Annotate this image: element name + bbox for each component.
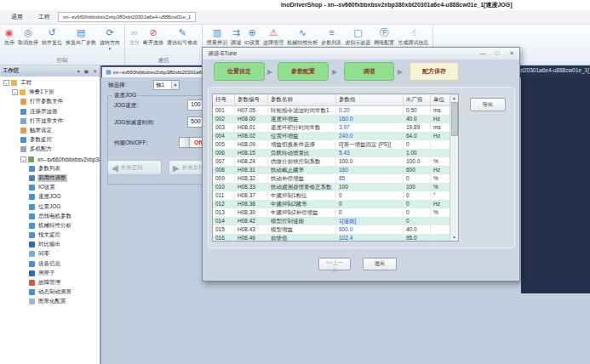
fault-management-button[interactable]: ⚠故障管理 xyxy=(261,26,285,48)
network-config-button[interactable]: Ⓟ网络配置 xyxy=(372,26,396,48)
tree-item-parameter-list[interactable]: 参数列表 xyxy=(0,164,100,173)
column-header-1[interactable]: 参数编号 xyxy=(235,94,268,105)
chevron-down-icon[interactable]: ▼ xyxy=(171,81,179,89)
tree-item-open-param-file[interactable]: 打开参数文件 xyxy=(0,97,100,106)
param-row-H07.05[interactable]: 001H07.05转矩指令滤波时间常数10.200.50ms xyxy=(213,106,458,115)
restore-factory-params-button[interactable]: ▤恢复出厂参数 xyxy=(64,26,98,48)
trigger-icon xyxy=(20,128,26,134)
doc-tab-overflow[interactable]: 0xbt20301a6e4-u888cw01e_1[ xyxy=(513,67,589,73)
doc-tab-active[interactable]: ▦ xn--sv660fxbbxbsv2xbp380xbt20301a6e xyxy=(101,66,209,77)
column-header-4[interactable]: 出厂值 xyxy=(404,94,431,105)
param-row-H08.43[interactable]: 015H08.43模型增益600.040.0 xyxy=(213,225,458,234)
disconnect-button[interactable]: ⊘断开连接 xyxy=(141,26,165,48)
row-number: 003 xyxy=(213,123,235,132)
tree-item-black-box[interactable]: 黑匣子 xyxy=(0,269,100,278)
param-row-H08.02[interactable]: 004H08.02位置环增益240.064.0Hz xyxy=(213,132,458,140)
rotation-direction-button[interactable]: ⟳旋转方向▼ xyxy=(98,26,122,51)
param-row-H08.15[interactable]: 006H08.15负载转动惯量比5.431.00 xyxy=(213,149,458,157)
tree-item-graphic-config[interactable]: 图形化配置 xyxy=(0,297,100,306)
tree-item-fault-management[interactable]: 故障管理 xyxy=(0,278,100,287)
station-number-modify-button[interactable]: ✎通信站号修改 xyxy=(165,26,199,48)
tree-item-position-jog[interactable]: 位置JOG xyxy=(0,202,100,211)
column-header-5[interactable]: 单位 xyxy=(431,94,450,105)
column-header-0[interactable]: 行号 xyxy=(213,94,235,105)
param-value: 0 xyxy=(336,191,404,200)
tree-item-device-info[interactable]: 设备信息 xyxy=(0,259,100,269)
param-row-H08.01[interactable]: 003H08.01速度环积分时间常数3.9719.89ms xyxy=(213,123,458,132)
param-row-H08.37[interactable]: 011H08.37中频抑制1相位00° xyxy=(213,191,458,200)
parameter-list-button[interactable]: ≡参数列表 xyxy=(319,26,343,48)
axis-select-dropdown[interactable]: 轴1 ▼ xyxy=(153,80,180,90)
param-row-H08.09[interactable]: 005H08.09增益切换条件选择0[第一增益固定 (PS)]0 xyxy=(213,140,458,149)
panel-close-icon[interactable]: ✕ xyxy=(93,69,97,74)
rotation-direction-button-dropdown-icon[interactable]: ▼ xyxy=(108,47,112,50)
scroll-up-icon[interactable]: ▲ xyxy=(450,95,458,100)
tree-item-dynamic-brake-calc[interactable]: 动态制动测算 xyxy=(0,287,100,297)
wizard-step-3[interactable]: 调谐 xyxy=(344,62,394,81)
ribbon-doc-tab[interactable]: xn--sv660fxbbxbsv2xbp380xbt20301a6e4-u88… xyxy=(58,12,196,22)
wizard-step-2[interactable]: 参数配置 xyxy=(278,62,329,81)
minimize-icon[interactable]: — xyxy=(479,50,485,56)
param-row-H08.24[interactable]: 007H08.24伪微分前馈控制系数100.0100.0% xyxy=(213,157,458,166)
tree-item-speed-jog[interactable]: 速度JOG xyxy=(0,192,100,202)
tree-item-param-monitor[interactable]: 参数监控 xyxy=(0,135,100,145)
expander-icon[interactable]: - xyxy=(3,80,9,86)
tree-item-connect-oscilloscope[interactable]: 连接示波器 xyxy=(0,107,100,117)
wizard-step-4[interactable]: 配方保存 xyxy=(410,62,459,81)
wizard-step-1[interactable]: 位置设定 xyxy=(214,62,265,81)
param-row-H08.46[interactable]: 016H08.46前馈值102.495.0 xyxy=(213,234,458,242)
factory-value: 40.0 xyxy=(404,115,431,123)
column-header-2[interactable]: 参数名称 xyxy=(268,94,336,105)
mechanical-analysis-button[interactable]: ∿机械特性分析 xyxy=(285,26,319,48)
tree-item-homing[interactable]: 回零 xyxy=(0,249,100,259)
tree-item-multi-machine-recipe[interactable]: 多机配方 xyxy=(0,145,100,154)
close-icon[interactable]: ✕ xyxy=(509,50,514,56)
param-row-H08.42[interactable]: 014H08.42模型控制使能1[使能]0 xyxy=(213,217,458,225)
monitor-icon xyxy=(20,137,26,143)
table-scrollbar[interactable]: ▲ ▼ xyxy=(450,94,458,241)
previous-step-button[interactable]: <<上一步 xyxy=(318,258,351,270)
tree-item-trigger-setting[interactable]: 触发设定 xyxy=(0,126,100,135)
export-button[interactable]: 导出 xyxy=(470,98,506,111)
tree-item-mechanical-analysis[interactable]: 机械特性分析 xyxy=(0,221,100,230)
tab-project[interactable]: 工程 xyxy=(31,11,58,23)
dialog-titlebar[interactable]: 调谐-ETune — □ ✕ xyxy=(203,48,519,60)
param-row-H08.33[interactable]: 010H08.33扰动观测器惯量修正系数100100% xyxy=(213,183,458,191)
exit-button[interactable]: 退出 xyxy=(363,258,397,270)
tree-item-device-node[interactable]: -xn--sv660fxbbxbsv2xbp380 xyxy=(0,155,100,164)
connect-button[interactable]: ∞连接 xyxy=(128,26,141,48)
tree-item-bus-motor-params[interactable]: 总线电机参数 xyxy=(0,212,100,221)
scroll-down-icon[interactable]: ▼ xyxy=(450,235,458,240)
tree-item-open-wave-file[interactable]: 打开波形文件 xyxy=(0,117,100,126)
param-row-H08.39[interactable]: 013H08.39中频抑制2补偿增益00% xyxy=(213,208,458,217)
param-row-H08.38[interactable]: 012H08.38中频抑制2频率00Hz xyxy=(213,200,458,208)
emergency-stop-button[interactable]: ◉急停 xyxy=(3,26,16,48)
param-name: 扰动观测器惯量修正系数 xyxy=(268,183,336,191)
cancel-emergency-stop-button[interactable]: ◎取消急停 xyxy=(16,26,40,48)
expander-icon[interactable]: - xyxy=(20,156,26,162)
generate-debug-info-button[interactable]: ☝生成调试信息 xyxy=(396,26,430,48)
pin-icon[interactable]: ▣ xyxy=(83,69,89,74)
panel-dropdown-icon[interactable]: ▾ xyxy=(77,69,80,74)
virtual-oscilloscope-button[interactable]: ▢虚拟示波器 xyxy=(343,26,372,48)
tree-item-io-settings[interactable]: IO设置 xyxy=(0,183,100,192)
param-row-H08.00[interactable]: 002H08.00速度环增益160.040.0Hz xyxy=(213,115,458,123)
io-settings-button[interactable]: ⊕IO设置 xyxy=(243,26,261,48)
param-row-H08.31[interactable]: 008H08.31扰动截止频率160600Hz xyxy=(213,166,458,174)
tree-item-stack-sublayer[interactable]: -堆叠1下层 xyxy=(0,88,100,97)
column-header-3[interactable]: 参数值 xyxy=(336,94,404,105)
maximize-icon[interactable]: □ xyxy=(495,50,499,56)
software-reset-button[interactable]: ↺软件复位 xyxy=(40,26,64,48)
tree-item-compare-output[interactable]: 对比输出 xyxy=(0,240,100,249)
inertia-identification-button[interactable]: ▥惯量辨识 xyxy=(205,26,229,48)
tree-item-message-monitor[interactable]: 报文监控 xyxy=(0,230,100,240)
tab-general[interactable]: 通用 xyxy=(3,11,31,23)
tuning-button[interactable]: ⇉调谐 xyxy=(229,26,243,48)
scrollbar-thumb[interactable] xyxy=(451,102,458,136)
disconnect-button-label: 断开连接 xyxy=(143,39,163,47)
jog-forward-button[interactable]: ◀ 长按正转 xyxy=(107,160,162,175)
tree-item-usability-tuning[interactable]: 易用性调整 xyxy=(0,173,100,183)
param-row-H08.32[interactable]: 009H08.32扰动补偿增益850% xyxy=(213,174,458,183)
expander-icon[interactable]: - xyxy=(12,89,18,95)
tree-item-project[interactable]: -工程 xyxy=(0,78,100,88)
